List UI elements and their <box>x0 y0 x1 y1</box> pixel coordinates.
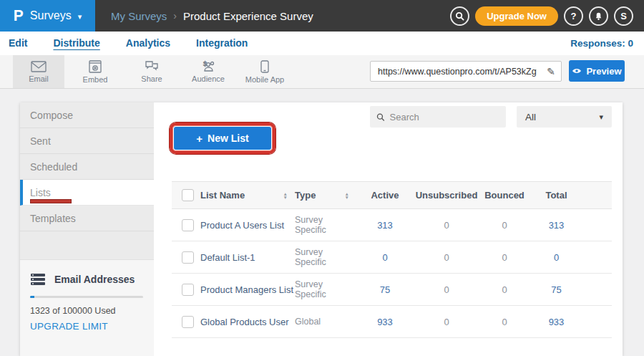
unsubscribed-count: 0 <box>414 252 479 263</box>
active-count[interactable]: 0 <box>356 252 414 263</box>
survey-url-input[interactable] <box>371 67 541 77</box>
sidebar-item-lists[interactable]: Lists <box>20 180 154 206</box>
eye-icon <box>572 67 582 74</box>
topbar-actions: Upgrade Now ? S <box>450 6 644 26</box>
chevron-down-icon: ▾ <box>78 12 82 21</box>
channel-label: Audience <box>192 74 225 83</box>
sidebar-item-scheduled[interactable]: Scheduled <box>20 154 154 180</box>
list-type: Survey Specific <box>295 215 356 235</box>
row-checkbox[interactable] <box>182 316 194 328</box>
bounced-count: 0 <box>479 252 530 263</box>
usage-text: 1323 of 100000 Used <box>30 306 144 316</box>
notifications-button[interactable] <box>589 6 608 26</box>
channel-label: Email <box>29 74 49 83</box>
col-bounced: Bounced <box>479 190 530 201</box>
unsubscribed-count: 0 <box>414 317 479 327</box>
row-checkbox[interactable] <box>182 219 194 231</box>
help-button[interactable]: ? <box>564 6 583 26</box>
bounced-count: 0 <box>479 220 530 231</box>
channel-mobile-app[interactable]: Mobile App <box>239 55 291 88</box>
col-unsubscribed: Unsubscribed <box>414 190 479 201</box>
sort-icon: ▲▼ <box>283 192 288 199</box>
edit-url-icon[interactable]: ✎ <box>541 62 561 81</box>
row-checkbox[interactable] <box>182 284 194 296</box>
new-list-button[interactable]: + New List <box>174 127 271 150</box>
tab-analytics[interactable]: Analytics <box>126 37 170 50</box>
plus-icon: + <box>196 133 203 145</box>
email-sidebar: Compose Sent Scheduled Lists Templates E… <box>20 102 154 356</box>
sidebar-item-compose[interactable]: Compose <box>20 102 154 128</box>
tab-distribute[interactable]: Distribute <box>53 37 99 50</box>
col-total: Total <box>530 190 583 201</box>
channel-email[interactable]: Email <box>13 55 64 88</box>
usage-progress-fill <box>30 296 34 298</box>
sidebar-item-sent[interactable]: Sent <box>20 128 154 154</box>
chevron-down-icon: ▾ <box>599 112 603 122</box>
active-count[interactable]: 313 <box>356 220 414 231</box>
responses-count: Responses: 0 <box>570 38 633 49</box>
survey-url-field: ✎ <box>370 61 562 82</box>
select-all-checkbox[interactable] <box>182 189 194 201</box>
table-row: Global Products User Global 933 0 0 933 <box>172 306 612 338</box>
preview-button[interactable]: Preview <box>569 60 625 82</box>
search-button[interactable] <box>450 6 469 26</box>
row-checkbox[interactable] <box>182 251 194 264</box>
channel-embed[interactable]: Embed <box>69 55 121 88</box>
breadcrumb-current-survey: Product Experience Survey <box>183 10 313 22</box>
new-list-label: New List <box>208 133 249 144</box>
table-row: Product A Users List Survey Specific 313… <box>172 209 612 241</box>
list-name-link[interactable]: Product A Users List <box>200 220 295 231</box>
share-icon <box>145 60 159 72</box>
embed-icon <box>89 60 102 73</box>
unsubscribed-count: 0 <box>414 220 479 231</box>
list-name-link[interactable]: Product Managers List <box>200 284 295 295</box>
active-count[interactable]: 933 <box>356 317 414 327</box>
account-avatar[interactable]: S <box>614 6 633 26</box>
filter-dropdown[interactable]: All ▾ <box>517 106 612 128</box>
annotation-highlight: + New List <box>170 122 275 154</box>
col-active: Active <box>356 190 414 201</box>
search-icon <box>455 11 464 21</box>
upgrade-limit-link[interactable]: UPGRADE LIMIT <box>30 321 144 332</box>
lists-table: List Name ▲▼ Type ▲▼ Active Unsubscribed… <box>172 181 612 338</box>
audience-icon: $ <box>200 60 216 72</box>
total-count[interactable]: 0 <box>530 252 583 263</box>
filter-value: All <box>525 112 536 122</box>
table-row: Default List-1 Survey Specific 0 0 0 0 <box>172 241 612 274</box>
search-input[interactable] <box>390 112 499 122</box>
email-addresses-header: Email Addresses <box>30 273 144 286</box>
usage-progress-bar <box>30 296 143 298</box>
content-card: Compose Sent Scheduled Lists Templates E… <box>20 102 623 356</box>
sidebar-item-label: Lists <box>30 187 51 198</box>
channel-audience[interactable]: $ Audience <box>182 55 234 88</box>
col-type[interactable]: Type ▲▼ <box>295 190 356 201</box>
total-count[interactable]: 75 <box>530 284 583 295</box>
col-list-name[interactable]: List Name ▲▼ <box>200 190 295 201</box>
page: P Surveys ▾ My Surveys › Product Experie… <box>0 0 644 356</box>
table-header: List Name ▲▼ Type ▲▼ Active Unsubscribed… <box>172 181 612 209</box>
total-count[interactable]: 313 <box>530 220 583 231</box>
email-icon <box>31 61 47 72</box>
list-type: Survey Specific <box>295 247 356 267</box>
channel-label: Mobile App <box>245 75 284 84</box>
tab-edit[interactable]: Edit <box>9 37 27 50</box>
active-count[interactable]: 75 <box>356 284 414 295</box>
channel-share[interactable]: Share <box>126 55 177 88</box>
questionpro-logo: P <box>14 6 24 24</box>
lists-main: All ▾ + New List List Name ▲▼ <box>154 102 623 356</box>
surveys-product-switcher[interactable]: P Surveys ▾ <box>0 0 95 32</box>
email-addresses-panel: Email Addresses 1323 of 100000 Used UPGR… <box>20 259 154 356</box>
tab-integration[interactable]: Integration <box>196 37 248 50</box>
bell-icon <box>594 11 603 21</box>
address-list-icon <box>30 273 46 286</box>
list-type: Global <box>295 317 356 327</box>
upgrade-now-button[interactable]: Upgrade Now <box>475 6 558 26</box>
topbar: P Surveys ▾ My Surveys › Product Experie… <box>0 0 644 32</box>
breadcrumb-my-surveys[interactable]: My Surveys <box>111 10 167 22</box>
total-count[interactable]: 933 <box>530 317 583 327</box>
sidebar-item-templates[interactable]: Templates <box>20 206 154 231</box>
unsubscribed-count: 0 <box>414 284 479 295</box>
list-name-link[interactable]: Default List-1 <box>200 252 295 263</box>
list-name-link[interactable]: Global Products User <box>200 317 295 327</box>
channel-label: Share <box>141 74 162 83</box>
